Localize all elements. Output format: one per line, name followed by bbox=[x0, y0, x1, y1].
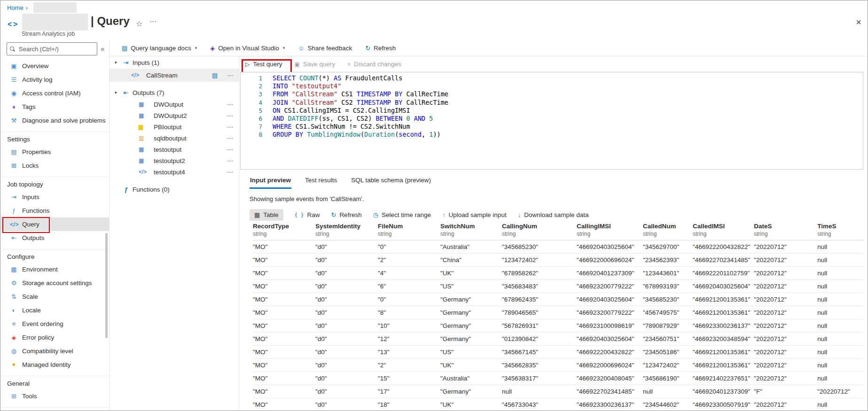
button-label: Download sample data bbox=[524, 211, 588, 218]
close-blade-icon[interactable]: × bbox=[856, 17, 861, 27]
sidebar-item-storage-account-settings[interactable]: ⚙Storage account settings bbox=[1, 276, 109, 290]
open-in-visual-studio-button[interactable]: ◈ Open in Visual Studio ▾ bbox=[210, 45, 285, 52]
upload-sample-input-button[interactable]: ↑Upload sample input bbox=[442, 211, 507, 218]
resource-sidebar: « ▣Overview☰Activity log◉Access control … bbox=[1, 40, 109, 410]
tree-group-outputs[interactable]: ▾⇤Outputs (7) bbox=[109, 86, 239, 99]
button-label: Raw bbox=[307, 211, 320, 218]
tree-group-functions[interactable]: ƒFunctions (0) bbox=[109, 183, 239, 195]
sidebar-item-label: Tags bbox=[22, 103, 36, 110]
tree-item-dwoutput2[interactable]: ▦DWOutput2⋯ bbox=[109, 110, 239, 121]
query-language-docs-button[interactable]: ▤ Query language docs ▾ bbox=[122, 45, 197, 52]
cell: "466922702341485" bbox=[577, 385, 643, 398]
more-options-button[interactable]: ⋯ bbox=[227, 169, 234, 176]
sidebar-item-functions[interactable]: ƒFunctions bbox=[1, 204, 109, 217]
sidebar-item-diagnose-and-solve-problems[interactable]: ⚒Diagnose and solve problems bbox=[1, 114, 109, 127]
breadcrumb-home-link[interactable]: Home bbox=[7, 4, 23, 11]
tree-item-callstream[interactable]: </>CallStream▤⋯ bbox=[109, 69, 239, 82]
cell: null bbox=[817, 254, 864, 267]
cell: "466922201102759" bbox=[693, 267, 754, 280]
tab-input-preview[interactable]: Input preview bbox=[250, 175, 291, 189]
sidebar-item-label: Tools bbox=[22, 393, 37, 400]
sidebar-item-event-ordering[interactable]: ≡Event ordering bbox=[1, 317, 109, 331]
tree-item-sqldboutput[interactable]: ▥sqldboutput⋯ bbox=[109, 132, 239, 144]
share-feedback-button[interactable]: ☺ Share feedback bbox=[298, 45, 352, 52]
more-options-button[interactable]: ⋯ bbox=[227, 135, 234, 142]
tools-icon: ⊞ bbox=[10, 393, 18, 400]
chevron-down-icon[interactable]: ▾ bbox=[115, 90, 119, 95]
tree-group-inputs[interactable]: ▾⇥Inputs (1) bbox=[109, 56, 239, 69]
select-time-range-button[interactable]: ◷Select time range bbox=[373, 211, 431, 218]
more-options-button[interactable]: ⋯ bbox=[227, 124, 234, 131]
refresh-button[interactable]: ↻ Refresh bbox=[365, 45, 396, 52]
code-line: WHERE CS1.SwitchNum != CS2.SwitchNum bbox=[273, 123, 863, 131]
sidebar-item-environment[interactable]: ▦Environment bbox=[1, 263, 109, 276]
test-query-button[interactable]: ▷ Test query bbox=[245, 61, 282, 68]
column-header-systemidentity: SystemIdentitystring bbox=[315, 222, 378, 240]
tree-item-dwoutput[interactable]: ▦DWOutput⋯ bbox=[109, 99, 239, 110]
tree-group-label: Functions (0) bbox=[133, 186, 170, 193]
chevron-down-icon: ▾ bbox=[195, 46, 197, 50]
play-icon: ▷ bbox=[245, 61, 250, 68]
pbi-icon: ▆ bbox=[139, 124, 150, 130]
discard-changes-button[interactable]: × Discard changes bbox=[347, 61, 401, 68]
sidebar-item-overview[interactable]: ▣Overview bbox=[1, 59, 109, 73]
download-icon: ↓ bbox=[518, 211, 521, 218]
redacted-resource-name bbox=[22, 14, 88, 31]
more-options-button[interactable]: ⋯ bbox=[227, 146, 234, 153]
more-options-button[interactable]: ⋯ bbox=[227, 112, 234, 119]
column-header-callednum: CalledNumstring bbox=[643, 222, 693, 240]
collapse-sidebar-button[interactable]: « bbox=[101, 45, 104, 53]
tree-item-testoutput[interactable]: ▦testoutput⋯ bbox=[109, 144, 239, 155]
cell: "466923100098619" bbox=[577, 319, 643, 333]
more-options-button[interactable]: ⋯ bbox=[227, 157, 234, 164]
tree-item-pbioutput[interactable]: ▆PBIoutput⋯ bbox=[109, 121, 239, 132]
tab-test-results[interactable]: Test results bbox=[305, 175, 337, 189]
table-row: "MO""d0""2""UK""345662835""4669220006960… bbox=[253, 359, 864, 372]
search-input[interactable] bbox=[18, 45, 94, 53]
column-header-calledimsi: CalledIMSIstring bbox=[693, 222, 754, 240]
query-editor[interactable]: 12345678 SELECT COUNT(*) AS FraudulentCa… bbox=[240, 72, 863, 170]
inputs-icon: ⇥ bbox=[10, 194, 18, 201]
cell: "8" bbox=[378, 306, 440, 319]
sidebar-item-scale[interactable]: ⇅Scale bbox=[1, 290, 109, 303]
functions-icon: ƒ bbox=[10, 207, 18, 214]
tab-sql-table-schema-preview[interactable]: SQL table schema (preview) bbox=[351, 175, 431, 189]
raw-button[interactable]: { }Raw bbox=[295, 211, 320, 218]
sidebar-item-managed-identity[interactable]: ✦Managed Identity bbox=[1, 358, 109, 372]
cell: "466920401237309" bbox=[577, 267, 643, 280]
sidebar-item-label: Environment bbox=[22, 266, 58, 273]
sidebar-item-outputs[interactable]: ⇤Outputs bbox=[1, 231, 109, 245]
refresh-button[interactable]: ↻Refresh bbox=[331, 211, 361, 218]
sidebar-item-tags[interactable]: ♦Tags bbox=[1, 100, 109, 114]
tree-item-testoutput2[interactable]: ▦testoutput2⋯ bbox=[109, 155, 239, 166]
sidebar-item-locale[interactable]: ◐Locale bbox=[1, 303, 109, 317]
title-more-options-icon[interactable]: ⋯ bbox=[149, 17, 157, 26]
sidebar-item-properties[interactable]: ▤Properties bbox=[1, 145, 109, 159]
save-query-button[interactable]: ▣ Save query bbox=[295, 61, 336, 68]
refresh-icon: ↻ bbox=[331, 211, 336, 218]
sidebar-item-access-control-iam[interactable]: ◉Access control (IAM) bbox=[1, 86, 109, 100]
download-sample-data-button[interactable]: ↓Download sample data bbox=[518, 211, 589, 218]
sidebar-item-inputs[interactable]: ⇥Inputs bbox=[1, 190, 109, 204]
sidebar-scrollbar-thumb[interactable] bbox=[105, 233, 108, 338]
column-type: string bbox=[754, 231, 813, 237]
favorite-star-icon[interactable]: ☆ bbox=[136, 19, 142, 28]
tree-item-testoutput4[interactable]: </>testoutput4⋯ bbox=[109, 166, 239, 178]
table-button[interactable]: ▦Table bbox=[250, 209, 283, 221]
sidebar-item-error-policy[interactable]: ◈Error policy bbox=[1, 331, 109, 344]
more-options-button[interactable]: ⋯ bbox=[227, 101, 234, 108]
chevron-down-icon: ▾ bbox=[283, 46, 285, 50]
cell: "US" bbox=[440, 346, 502, 359]
cell: "466921200135361" bbox=[693, 293, 754, 306]
cell: "17" bbox=[378, 385, 440, 398]
cell: "466921200135361" bbox=[693, 346, 754, 359]
sidebar-item-query[interactable]: </>Query bbox=[1, 217, 109, 231]
chevron-down-icon[interactable]: ▾ bbox=[115, 60, 119, 65]
document-icon[interactable]: ▤ bbox=[212, 72, 218, 79]
more-options-button[interactable]: ⋯ bbox=[227, 72, 234, 79]
sidebar-item-tools[interactable]: ⊞Tools bbox=[1, 389, 109, 403]
sidebar-item-compatibility-level[interactable]: ◍Compatibility level bbox=[1, 344, 109, 358]
sidebar-item-activity-log[interactable]: ☰Activity log bbox=[1, 73, 109, 86]
sidebar-item-locks[interactable]: ⊠Locks bbox=[1, 159, 109, 172]
line-number: 2 bbox=[241, 82, 262, 90]
